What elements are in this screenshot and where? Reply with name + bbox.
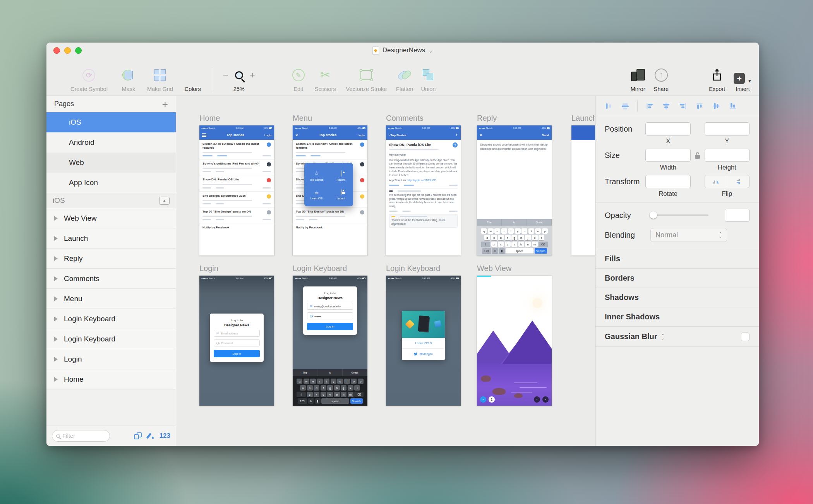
backspace-key[interactable]: ⌫ [354, 392, 364, 397]
layer-row[interactable]: Login Keyboard [46, 309, 176, 329]
upvote-heart-icon[interactable]: ♥ [453, 142, 458, 147]
filter-input[interactable] [62, 432, 101, 439]
align-center-horizontal-icon[interactable] [662, 101, 671, 111]
key[interactable]: c [505, 242, 511, 247]
flip-horizontal-button[interactable] [705, 175, 727, 188]
mask-button[interactable]: Mask [122, 66, 136, 96]
export-button[interactable]: Export [709, 66, 725, 96]
title-bar[interactable]: DesignerNews ⌄ [46, 43, 759, 58]
disclosure-triangle-icon[interactable] [54, 337, 58, 341]
align-top-icon[interactable] [695, 101, 704, 111]
add-page-button[interactable]: + [162, 100, 168, 108]
key[interactable]: g [511, 235, 517, 240]
suggestion-key[interactable]: The [477, 219, 502, 226]
login-link[interactable]: Login [358, 134, 365, 137]
key[interactable]: n [341, 392, 346, 397]
key[interactable]: t [324, 379, 329, 384]
page-item-ios[interactable]: iOS [46, 112, 176, 132]
align-bottom-icon[interactable] [728, 101, 738, 111]
key[interactable]: m [532, 242, 538, 247]
password-field[interactable]: Password [214, 339, 260, 346]
gaussian-blur-checkbox[interactable] [741, 333, 750, 341]
flip-vertical-button[interactable] [727, 175, 749, 188]
forward-button[interactable]: › [542, 396, 549, 403]
layer-row[interactable]: Login Keyboard [46, 329, 176, 349]
minimize-button[interactable] [64, 47, 71, 54]
key[interactable]: u [521, 228, 527, 234]
suggestion-key[interactable]: Great [343, 369, 367, 376]
style-section-row[interactable]: Shadows [595, 288, 759, 307]
space-key[interactable]: space [321, 398, 349, 404]
email-field[interactable]: ✉ meng@designcode.io [307, 303, 353, 310]
suggestion-key[interactable]: Is [502, 219, 527, 226]
disclosure-triangle-icon[interactable] [54, 317, 58, 321]
key[interactable]: o [351, 379, 357, 384]
style-section-row[interactable]: Fills [595, 249, 759, 269]
key[interactable]: x [314, 392, 319, 397]
disclosure-triangle-icon[interactable] [54, 276, 58, 281]
key[interactable]: r [501, 228, 507, 234]
key[interactable]: e [310, 379, 316, 384]
disclosure-triangle-icon[interactable] [54, 256, 58, 261]
globe-key[interactable]: ⊕ [492, 248, 498, 254]
gaussian-blur-row[interactable]: Gaussian Blur ⌃⌄ [595, 327, 759, 347]
layer-row[interactable]: Home [46, 369, 176, 389]
distribute-vertically-icon[interactable] [621, 101, 630, 111]
position-y-input[interactable] [705, 122, 750, 135]
artboard-title-comments[interactable]: Comments [386, 114, 424, 123]
zoom-out-button[interactable]: − [223, 71, 228, 79]
menu-item-logout[interactable]: Logout [329, 185, 353, 204]
maximize-button[interactable] [75, 47, 82, 54]
key[interactable]: w [488, 228, 494, 234]
search-key[interactable]: Search [350, 398, 363, 404]
symbols-pages-icon[interactable] [134, 432, 142, 439]
disclosure-triangle-icon[interactable] [54, 297, 58, 301]
layer-row[interactable]: Web View [46, 208, 176, 228]
artboard-comments[interactable]: ●●●●● Sketch9:41 AM 42% ‹ Top Stories ↥ … [386, 125, 461, 255]
key[interactable]: b [334, 392, 340, 397]
scissors-button[interactable]: ✂ Scissors [315, 66, 336, 96]
app-store-link[interactable]: http://apple.co/1D23pGP [408, 179, 436, 182]
style-section-row[interactable]: Borders [595, 269, 759, 288]
key[interactable]: g [327, 385, 333, 391]
menu-item-recent[interactable]: Recent [329, 166, 353, 185]
artboard-title-login-keyboard-2[interactable]: Login Keyboard [386, 264, 440, 273]
vectorize-stroke-button[interactable]: Vectorize Stroke [346, 66, 387, 96]
disclosure-triangle-icon[interactable] [54, 216, 58, 221]
back-button[interactable]: ‹ Top Stories [389, 134, 406, 137]
align-left-icon[interactable] [645, 101, 654, 111]
close-webview-button[interactable]: × [480, 396, 486, 403]
numbers-key[interactable]: 123 [298, 398, 307, 404]
close-icon[interactable]: × [480, 133, 482, 137]
edit-button[interactable]: ✎ Edit [292, 66, 305, 96]
reply-text[interactable]: Designers should code because it will in… [477, 140, 552, 217]
layer-row[interactable]: Menu [46, 289, 176, 309]
height-input[interactable] [705, 149, 750, 162]
key[interactable]: m [348, 392, 353, 397]
key[interactable]: s [491, 235, 497, 240]
suggestion-key[interactable]: Is [317, 369, 342, 376]
page-item-web[interactable]: Web [46, 153, 176, 173]
canvas[interactable]: Home Menu Comments Reply Launch Login Lo… [176, 96, 595, 446]
create-symbol-button[interactable]: ⟳ Create Symbol [70, 66, 108, 96]
key[interactable]: y [331, 379, 336, 384]
key[interactable]: t [508, 228, 514, 234]
key[interactable]: k [532, 235, 538, 240]
key[interactable]: f [321, 385, 326, 391]
send-button[interactable]: Send [542, 134, 549, 137]
key[interactable]: l [354, 385, 360, 391]
share-webview-button[interactable]: ↥ [489, 396, 495, 403]
key[interactable]: q [297, 379, 302, 384]
artboard-launch[interactable] [571, 125, 595, 255]
artboard-title-login-keyboard-1[interactable]: Login Keyboard [293, 264, 347, 273]
close-icon[interactable]: × [295, 133, 298, 137]
opacity-slider[interactable] [650, 214, 708, 216]
artboard-menu[interactable]: ●●●●● Sketch9:41 AM 42% × Top stories Lo… [293, 125, 367, 255]
key[interactable]: x [498, 242, 504, 247]
key[interactable]: h [518, 235, 524, 240]
position-x-input[interactable] [645, 122, 690, 135]
hamburger-icon[interactable] [202, 135, 206, 135]
artboard-login[interactable]: ●●●●● Sketch9:41 AM 42% Log in to Design… [199, 276, 274, 406]
artboard-home[interactable]: ●●●●● Sketch9:41 AM 42% Top stories Logi… [199, 125, 274, 255]
lock-icon[interactable] [695, 152, 700, 159]
